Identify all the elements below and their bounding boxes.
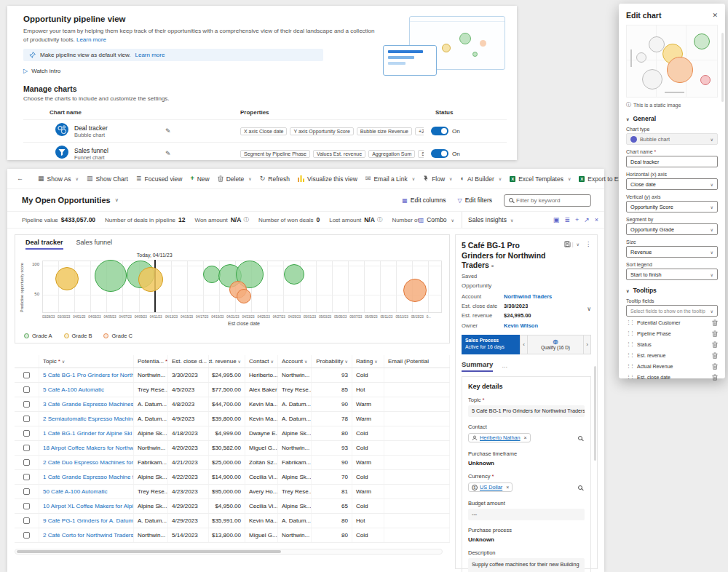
row-checkbox[interactable] (23, 416, 30, 422)
chip-label[interactable]: Heriberto Nathan (480, 434, 521, 441)
add-icon[interactable]: + (575, 216, 579, 223)
new-button[interactable]: +New (186, 173, 213, 185)
chart-mode-combo[interactable]: ▥ Combo ∨ (419, 212, 462, 228)
field-value[interactable]: Northwind Traders (504, 293, 552, 301)
drag-handle-icon[interactable]: ⋮⋮ (626, 330, 633, 336)
row-checkbox[interactable] (23, 372, 30, 378)
show-chart-button[interactable]: ▥Show Chart (83, 173, 132, 185)
row-checkbox[interactable] (23, 474, 30, 480)
cell-topic[interactable]: 5 Café A-100 Automatic (39, 383, 134, 397)
search-icon[interactable] (578, 436, 582, 440)
delete-field-icon[interactable] (712, 319, 718, 326)
row-checkbox[interactable] (23, 445, 30, 451)
close-icon[interactable]: × (595, 216, 598, 223)
vertical-y-axis-select[interactable]: Opportunity Score∨ (626, 201, 718, 212)
ai-builder-button[interactable]: ◐AI Builder∨ (456, 173, 505, 185)
remove-icon[interactable]: × (506, 485, 509, 490)
email-a-link-button[interactable]: ✉Email a Link∨ (362, 173, 419, 185)
status-toggle[interactable] (431, 127, 448, 135)
field-value[interactable]: Kevin Wilson (504, 322, 538, 330)
row-checkbox[interactable] (23, 532, 30, 539)
process-active-stage[interactable]: Sales Process Active for 16 days (462, 335, 520, 354)
search-icon[interactable] (578, 485, 582, 490)
popout-icon[interactable]: ↗ (584, 216, 590, 223)
filter-keyword-input[interactable] (516, 197, 586, 204)
learn-more-link[interactable]: Learn more (76, 36, 106, 43)
sort-legend-select[interactable]: Start to finish∨ (626, 269, 718, 280)
drag-handle-icon[interactable]: ⋮⋮ (626, 319, 633, 325)
focused-view-button[interactable]: ≣Focused view (132, 173, 186, 185)
more-options-icon[interactable]: ⋮ (585, 241, 591, 247)
cell-topic[interactable]: 1 Café BG-1 Grinder for Alpine Ski House (39, 426, 134, 440)
delete-field-icon[interactable] (712, 352, 718, 359)
row-checkbox[interactable] (23, 459, 30, 466)
edit-columns-button[interactable]: ▦Edit columns (402, 196, 446, 204)
chart-bubble[interactable] (237, 289, 251, 303)
cell-topic[interactable]: 2 Café Corto for Northwind Traders (39, 528, 134, 542)
currency-lookup-field[interactable]: $US Dollar× (468, 482, 585, 493)
side-panel-scrollbar[interactable] (594, 366, 596, 461)
grid-header-potentia-[interactable]: Potentia...*∨ (134, 355, 168, 368)
delete-field-icon[interactable] (712, 341, 718, 348)
drag-handle-icon[interactable]: ⋮⋮ (626, 363, 633, 369)
cell-topic[interactable]: 2 Semiautomatic Espresso Machines for A.… (39, 412, 134, 426)
chart-bubble[interactable] (55, 267, 79, 290)
delete-button[interactable]: Delete∨ (214, 173, 256, 185)
row-checkbox[interactable] (23, 386, 30, 393)
visualize-this-view-button[interactable]: Visualize this view (294, 173, 361, 185)
grid-header-email-potential[interactable]: Email (Potential (384, 355, 450, 368)
row-checkbox[interactable] (23, 517, 30, 524)
edit-chart-pencil-icon[interactable]: ✎ (165, 127, 240, 135)
size-select[interactable]: Revenue∨ (626, 246, 718, 258)
edit-chart-pencil-icon[interactable]: ✎ (165, 150, 240, 157)
show-as-button[interactable]: ▦Show As∨ (34, 173, 82, 185)
excel-templates-button[interactable]: XExcel Templates∨ (506, 173, 574, 185)
status-toggle[interactable] (431, 149, 448, 158)
tab-deal-tracker[interactable]: Deal tracker (25, 239, 63, 250)
stage-next-arrow[interactable]: › (583, 335, 591, 354)
chart-bubble[interactable] (284, 264, 304, 285)
chart-bubble[interactable] (403, 279, 427, 302)
list-view-icon[interactable]: ≣ (564, 216, 570, 223)
description-textarea[interactable]: Supply coffee machines for their new Bui… (468, 558, 585, 572)
remove-icon[interactable]: × (524, 435, 527, 440)
delete-field-icon[interactable] (712, 374, 718, 381)
chart-bubble[interactable] (95, 260, 127, 292)
flow-button[interactable]: Flow∨ (419, 173, 456, 185)
drag-handle-icon[interactable]: ⋮⋮ (626, 374, 633, 380)
drag-handle-icon[interactable]: ⋮⋮ (626, 352, 633, 358)
horizontal-scrollbar[interactable] (15, 549, 443, 555)
cell-topic[interactable]: 50 Café A-100 Automatic (39, 485, 134, 498)
delete-field-icon[interactable] (712, 330, 718, 337)
refresh-button[interactable]: ↻Refresh (256, 173, 293, 185)
stage-prev-arrow[interactable]: ‹ (520, 335, 528, 354)
cell-topic[interactable]: 2 Café Duo Espresso Machines for Fabrika… (39, 456, 134, 469)
cell-topic[interactable]: 9 Café PG-1 Grinders for A. Datum (39, 514, 134, 528)
save-status-button[interactable]: | ∨ (564, 241, 579, 247)
view-selector[interactable]: My Open Opportunities ∨ (22, 196, 119, 204)
grid-header-est-close-d-[interactable]: Est. close d...↑∨ (168, 355, 209, 368)
topic-input[interactable]: 5 Café BG-1 Pro Grinders for Northwind T… (468, 405, 585, 417)
grid-header-account[interactable]: Account∨ (278, 355, 312, 368)
edit-filters-button[interactable]: ▽Edit filters (458, 196, 492, 204)
general-section-header[interactable]: ∨ General (626, 115, 718, 122)
chart-bubble[interactable] (138, 267, 163, 292)
banner-learn-more-link[interactable]: Learn more (135, 52, 165, 58)
grid-header-topic[interactable]: Topic*∨ (39, 355, 134, 368)
grid-header-contact[interactable]: Contact∨ (245, 355, 278, 368)
cell-topic[interactable]: 3 Café Grande Espresso Machines for A. D… (39, 397, 134, 411)
chip-label[interactable]: US Dollar (480, 484, 502, 490)
expand-header-chevron[interactable]: ∨ (587, 306, 591, 312)
close-icon[interactable]: ✕ (712, 12, 718, 19)
grid-header-rating[interactable]: Rating∨ (352, 355, 384, 368)
back-button[interactable]: ← (13, 173, 27, 184)
scrollbar-thumb[interactable] (17, 550, 281, 553)
tab-summary[interactable]: Summary (462, 360, 493, 372)
contact-lookup-field[interactable]: Heriberto Nathan× (468, 432, 585, 444)
tooltip-fields-select[interactable]: Select fields to show on the tooltip ∨ (626, 305, 718, 317)
delete-field-icon[interactable] (712, 363, 718, 370)
row-checkbox[interactable] (23, 401, 30, 408)
drag-handle-icon[interactable]: ⋮⋮ (626, 341, 633, 347)
cell-topic[interactable]: 10 Airpot XL Coffee Makers for Alpine Sk… (39, 499, 134, 513)
cell-topic[interactable]: 18 Airpot Coffee Makers for Northwind Tr… (39, 441, 134, 455)
